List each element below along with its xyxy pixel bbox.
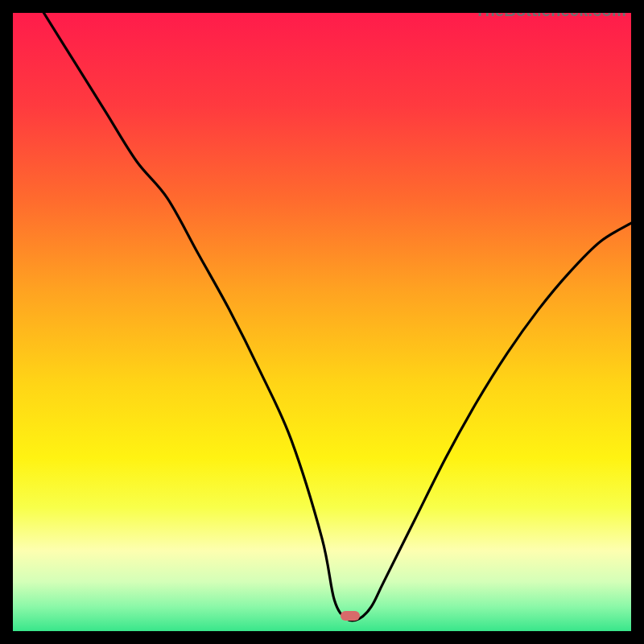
bottleneck-curve xyxy=(13,13,631,631)
chart-frame: TheBottleneck.com xyxy=(0,0,644,644)
plot-area: TheBottleneck.com xyxy=(13,13,631,631)
watermark-text: TheBottleneck.com xyxy=(475,13,626,20)
optimal-marker xyxy=(341,611,360,621)
